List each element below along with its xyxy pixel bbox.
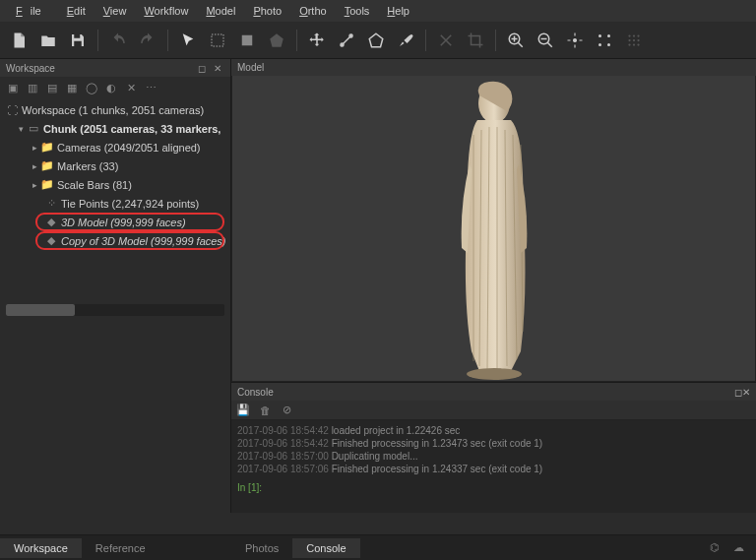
ws-tool-3-icon[interactable]: ▤ [43, 79, 61, 96]
tab-workspace[interactable]: Workspace [0, 538, 82, 558]
grid2-icon[interactable] [621, 28, 647, 53]
tree-workspace-root[interactable]: ⛶ Workspace (1 chunks, 2051 cameras) [0, 100, 230, 119]
save-icon[interactable] [65, 28, 91, 53]
svg-point-16 [628, 38, 630, 40]
chevron-right-icon[interactable]: ▸ [30, 180, 39, 190]
chevron-right-icon[interactable]: ▸ [30, 143, 39, 153]
undo-icon[interactable] [105, 28, 131, 53]
svg-point-17 [633, 38, 635, 40]
tree-tiepoints[interactable]: ⁘ Tie Points (2,247,924 points) [0, 194, 230, 213]
left-tab-bar: Workspace Reference [0, 534, 231, 560]
zoom-in-icon[interactable] [503, 28, 529, 53]
pointer-icon[interactable] [175, 28, 201, 53]
polygon-tool-icon[interactable] [234, 28, 260, 53]
ws-tool-2-icon[interactable]: ▥ [24, 79, 41, 96]
console-output[interactable]: 2017-09-06 18:54:42 loaded project in 1.… [231, 420, 756, 513]
menu-tools[interactable]: Tools [337, 3, 378, 19]
pentagon-icon[interactable] [363, 28, 389, 53]
tree-3d-model[interactable]: ◆ 3D Model (999,999 faces) [0, 213, 230, 231]
brush-icon[interactable] [393, 28, 418, 53]
points-icon: ⁘ [43, 197, 59, 211]
measure-icon[interactable] [334, 28, 359, 53]
svg-rect-2 [212, 34, 223, 46]
console-prompt[interactable]: In [1]: [237, 481, 750, 494]
tab-reference[interactable]: Reference [82, 538, 159, 558]
console-line: 2017-09-06 18:57:00 Duplicating model... [237, 450, 750, 463]
tab-photos[interactable]: Photos [231, 538, 292, 558]
crop-icon[interactable] [463, 28, 488, 53]
chevron-right-icon[interactable]: ▸ [30, 161, 39, 171]
scrollbar-thumb[interactable] [6, 304, 75, 316]
menu-ortho[interactable]: Ortho [291, 3, 335, 19]
workspace-header: Workspace ◻ ✕ [0, 59, 230, 77]
console-line: 2017-09-06 18:57:06 Finished processing … [237, 463, 750, 475]
menu-bar: File Edit View Workflow Model Photo Orth… [0, 0, 756, 22]
save-log-icon[interactable]: 💾 [235, 403, 251, 418]
main-toolbar [0, 22, 756, 59]
console-line: 2017-09-06 18:54:42 loaded project in 1.… [237, 424, 750, 437]
rect-select-icon[interactable] [205, 28, 230, 53]
tab-console[interactable]: Console [292, 538, 359, 558]
ws-tool-8-icon[interactable]: ⋯ [142, 79, 159, 96]
console-title: Console [237, 387, 734, 398]
menu-help[interactable]: Help [379, 3, 417, 19]
menu-workflow[interactable]: Workflow [136, 3, 196, 19]
shape-tool-icon[interactable] [264, 28, 289, 53]
open-icon[interactable] [35, 28, 61, 53]
menu-edit[interactable]: Edit [59, 3, 94, 19]
folder-icon: 📁 [39, 141, 55, 155]
tree-markers[interactable]: ▸ 📁 Markers (33) [0, 156, 230, 175]
svg-point-18 [637, 38, 639, 40]
tree-chunk[interactable]: ▾ ▭ Chunk (2051 cameras, 33 markers, [0, 119, 230, 138]
center-icon[interactable] [562, 28, 588, 53]
svg-point-9 [598, 34, 601, 37]
workspace-icon: ⛶ [4, 103, 20, 117]
svg-point-23 [467, 368, 522, 380]
popout-icon[interactable]: ◻ [734, 387, 742, 398]
menu-file[interactable]: File [8, 3, 57, 19]
folder-icon: 📁 [39, 159, 55, 173]
menu-model[interactable]: Model [198, 3, 243, 19]
model-icon: ◆ [43, 216, 59, 229]
status-icons: ⌬ ☁ [707, 541, 756, 555]
ws-tool-7-icon[interactable]: ✕ [122, 79, 140, 96]
ws-tool-6-icon[interactable]: ◐ [102, 79, 120, 96]
tree-scalebars[interactable]: ▸ 📁 Scale Bars (81) [0, 175, 230, 194]
chunk-icon: ▭ [26, 122, 41, 136]
close-icon[interactable] [433, 28, 459, 53]
chevron-down-icon[interactable]: ▾ [16, 124, 26, 134]
statue-render [430, 76, 558, 381]
console-toolbar: 💾 🗑 ⊘ [231, 401, 756, 420]
svg-point-13 [628, 34, 630, 36]
tree-3d-model-copy[interactable]: ◆ Copy of 3D Model (999,999 faces) [0, 231, 230, 250]
clear-icon[interactable]: ⊘ [279, 403, 294, 418]
popout-icon[interactable]: ◻ [195, 61, 209, 75]
right-column: Model Co [231, 59, 756, 513]
new-icon[interactable] [6, 28, 32, 53]
camera-status-icon[interactable]: ⌬ [707, 541, 723, 555]
cloud-status-icon[interactable]: ☁ [730, 541, 746, 555]
console-header: Console ◻ ✕ [231, 383, 756, 401]
workspace-panel: Workspace ◻ ✕ ▣ ▥ ▤ ▦ ◯ ◐ ✕ ⋯ ⛶ Workspac… [0, 59, 231, 513]
grid-icon[interactable] [592, 28, 617, 53]
menu-photo[interactable]: Photo [245, 3, 289, 19]
menu-view[interactable]: View [95, 3, 135, 19]
console-line: 2017-09-06 18:54:42 Finished processing … [237, 437, 750, 450]
ws-tool-4-icon[interactable]: ▦ [63, 79, 81, 96]
redo-icon[interactable] [135, 28, 160, 53]
trash-icon[interactable]: 🗑 [257, 403, 273, 418]
svg-rect-1 [74, 40, 82, 45]
model-title: Model [237, 62, 264, 73]
move-icon[interactable] [304, 28, 330, 53]
model-viewport[interactable] [231, 76, 756, 382]
ws-tool-5-icon[interactable]: ◯ [83, 79, 100, 96]
workspace-toolbar: ▣ ▥ ▤ ▦ ◯ ◐ ✕ ⋯ [0, 77, 230, 98]
close-panel-icon[interactable]: ✕ [211, 61, 224, 75]
svg-rect-0 [74, 34, 80, 38]
svg-rect-3 [242, 34, 253, 45]
tree-cameras[interactable]: ▸ 📁 Cameras (2049/2051 aligned) [0, 138, 230, 156]
close-panel-icon[interactable]: ✕ [742, 387, 750, 398]
zoom-out-icon[interactable] [533, 28, 558, 53]
horizontal-scrollbar[interactable] [6, 304, 224, 316]
ws-tool-1-icon[interactable]: ▣ [4, 79, 22, 96]
